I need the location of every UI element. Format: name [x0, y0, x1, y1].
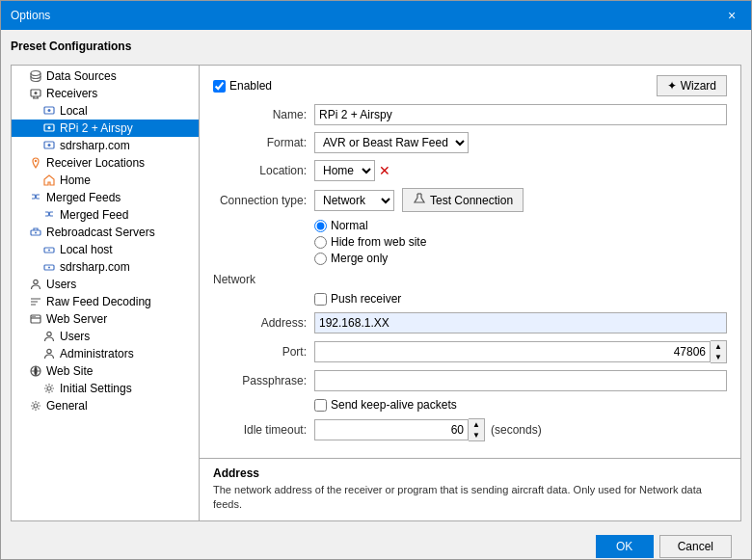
- info-panel: Address The network address of the recei…: [200, 458, 740, 520]
- sidebar-item-web-site[interactable]: Web Site: [12, 362, 199, 380]
- sidebar-item-rpi2-airspy[interactable]: RPi 2 + Airspy: [12, 120, 199, 137]
- sidebar-item-users-sub[interactable]: Users: [12, 328, 199, 345]
- sidebar-label-web-site: Web Site: [46, 364, 93, 378]
- push-receiver-checkbox[interactable]: [314, 293, 327, 306]
- port-increment-button[interactable]: ▲: [711, 341, 726, 352]
- location-label: Location:: [213, 164, 314, 177]
- address-control: [314, 312, 727, 333]
- port-spinner-buttons: ▲ ▼: [711, 340, 727, 363]
- sidebar-item-general[interactable]: General: [12, 397, 199, 414]
- passphrase-input[interactable]: [314, 370, 727, 391]
- location-row: Location: Home ✕: [213, 160, 727, 181]
- administrators-icon: [42, 347, 56, 360]
- address-input[interactable]: [314, 312, 727, 333]
- enabled-checkbox[interactable]: [213, 80, 226, 93]
- svg-point-18: [32, 316, 33, 317]
- keep-alive-row: Send keep-alive packets: [314, 398, 727, 412]
- name-row: Name:: [213, 104, 727, 125]
- svg-point-13: [48, 250, 50, 252]
- svg-point-16: [34, 280, 38, 283]
- sidebar-item-initial-settings[interactable]: Initial Settings: [12, 380, 199, 397]
- sidebar-item-local[interactable]: Local: [12, 102, 199, 120]
- wizard-label: Wizard: [681, 79, 716, 93]
- sidebar-label-receivers: Receivers: [46, 87, 97, 100]
- port-spinner: ▲ ▼: [314, 340, 727, 363]
- sidebar-item-receivers[interactable]: Receivers: [12, 85, 199, 102]
- radio-merge[interactable]: [314, 253, 327, 265]
- sidebar-item-merged-feed[interactable]: Merged Feed: [12, 206, 199, 224]
- push-receiver-label: Push receiver: [331, 292, 401, 306]
- rpi-icon: [42, 121, 56, 135]
- radio-hide[interactable]: [314, 236, 327, 249]
- connection-type-row: Connection type: Network COM port USB: [213, 188, 727, 212]
- radio-normal-row: Normal: [314, 219, 727, 232]
- format-label: Format:: [213, 136, 314, 149]
- connection-type-label: Connection type:: [213, 194, 314, 207]
- location-select[interactable]: Home: [314, 160, 375, 181]
- idle-timeout-increment-button[interactable]: ▲: [469, 419, 484, 430]
- sidebar-label-merged-feeds: Merged Feeds: [46, 191, 121, 204]
- location-error-icon: ✕: [379, 163, 390, 178]
- cancel-button[interactable]: Cancel: [659, 535, 732, 558]
- port-decrement-button[interactable]: ▼: [711, 352, 726, 362]
- sidebar-item-merged-feeds[interactable]: Merged Feeds: [12, 189, 199, 206]
- format-control: AVR or Beast Raw Feed Beast Raw Feed Com…: [314, 132, 727, 153]
- radio-normal[interactable]: [314, 220, 327, 232]
- port-input[interactable]: [314, 341, 711, 362]
- sidebar-label-users: Users: [46, 278, 76, 291]
- title-bar: Options ×: [1, 1, 751, 30]
- svg-point-2: [35, 92, 38, 94]
- merged-feed-icon: [42, 208, 56, 222]
- users-icon: [29, 278, 42, 291]
- radio-group: Normal Hide from web site Merge only: [314, 219, 727, 265]
- wizard-button[interactable]: ✦ Wizard: [657, 75, 727, 96]
- rebroadcast-icon: [29, 226, 42, 239]
- info-title: Address: [213, 467, 727, 480]
- sidebar-item-users[interactable]: Users: [12, 276, 199, 293]
- svg-point-0: [31, 71, 40, 76]
- sidebar-label-initial-settings: Initial Settings: [60, 382, 132, 395]
- sidebar-label-administrators: Administrators: [60, 347, 134, 360]
- sidebar-item-sdrsharp1[interactable]: sdrsharp.com: [12, 137, 199, 154]
- svg-point-4: [48, 109, 51, 112]
- idle-timeout-spinner-buttons: ▲ ▼: [469, 418, 485, 441]
- merged-feeds-icon: [29, 191, 42, 204]
- sidebar-label-data-sources: Data Sources: [46, 69, 117, 83]
- radio-merge-label: Merge only: [331, 252, 388, 265]
- location-icon: [29, 156, 42, 170]
- idle-timeout-input[interactable]: [314, 419, 469, 440]
- top-row: Enabled ✦ Wizard: [213, 75, 727, 96]
- name-label: Name:: [213, 108, 314, 121]
- right-panel: Enabled ✦ Wizard Name:: [200, 66, 740, 520]
- local-icon: [42, 104, 56, 118]
- svg-point-23: [47, 387, 51, 390]
- general-icon: [29, 399, 42, 413]
- connection-type-select[interactable]: Network COM port USB: [314, 190, 394, 211]
- sidebar-item-receiver-locations[interactable]: Receiver Locations: [12, 154, 199, 172]
- sidebar-item-home[interactable]: Home: [12, 172, 199, 189]
- sidebar-item-sdrsharp2[interactable]: sdrsharp.com: [12, 258, 199, 276]
- ok-button[interactable]: OK: [596, 535, 654, 558]
- sidebar-item-administrators[interactable]: Administrators: [12, 345, 199, 362]
- keep-alive-checkbox[interactable]: [314, 399, 327, 412]
- close-button[interactable]: ×: [722, 6, 741, 25]
- sidebar: Data Sources Receivers Local: [12, 66, 200, 520]
- name-input[interactable]: [314, 104, 727, 125]
- sidebar-label-rpi2: RPi 2 + Airspy: [60, 121, 133, 135]
- idle-timeout-wrapper: ▲ ▼ (seconds): [314, 418, 727, 441]
- main-area: Data Sources Receivers Local: [11, 65, 741, 521]
- sidebar-item-raw-feed[interactable]: Raw Feed Decoding: [12, 293, 199, 310]
- test-connection-button[interactable]: Test Connection: [402, 188, 524, 212]
- sidebar-item-rebroadcast-servers[interactable]: Rebroadcast Servers: [12, 224, 199, 241]
- sidebar-label-sdrsharp2: sdrsharp.com: [60, 260, 130, 274]
- format-select[interactable]: AVR or Beast Raw Feed Beast Raw Feed Com…: [314, 132, 469, 153]
- sidebar-item-data-sources[interactable]: Data Sources: [12, 67, 199, 85]
- sidebar-item-local-host[interactable]: Local host: [12, 241, 199, 258]
- web-server-icon: [29, 312, 42, 326]
- radio-normal-label: Normal: [331, 219, 368, 232]
- enabled-row: Enabled: [213, 79, 272, 93]
- sidebar-item-web-server[interactable]: Web Server: [12, 310, 199, 328]
- location-control: Home ✕: [314, 160, 727, 181]
- push-receiver-row: Push receiver: [314, 292, 727, 306]
- idle-timeout-decrement-button[interactable]: ▼: [469, 430, 484, 440]
